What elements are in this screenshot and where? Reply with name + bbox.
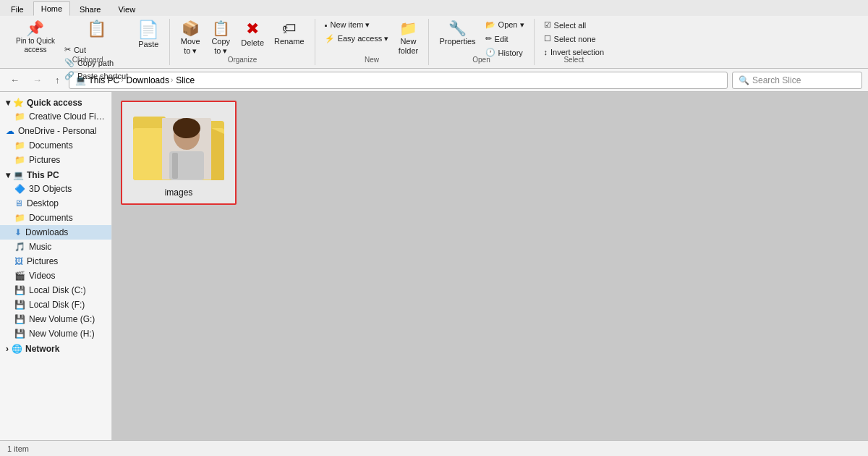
- select-none-icon: ☐: [544, 34, 551, 43]
- sidebar-item-downloads[interactable]: ⬇ Downloads: [0, 225, 111, 240]
- sidebar-item-onedrive[interactable]: ☁ OneDrive - Personal: [0, 124, 111, 138]
- easy-access-label: Easy access ▾: [338, 34, 389, 43]
- new-g-label: New Volume (G:): [29, 314, 95, 324]
- cut-icon: ✂: [64, 45, 71, 54]
- select-all-label: Select all: [554, 21, 587, 30]
- pictures-qa-icon: 📁: [14, 155, 25, 165]
- copy-to-button[interactable]: 📋 Copyto ▾: [206, 19, 235, 58]
- cut-button[interactable]: ✂ Cut: [61, 43, 132, 56]
- move-to-button[interactable]: 📦 Moveto ▾: [176, 19, 205, 58]
- edit-label: Edit: [495, 35, 509, 43]
- sidebar-item-local-c[interactable]: 💾 Local Disk (C:): [0, 283, 111, 297]
- paste-label: Paste: [138, 40, 158, 49]
- sidebar-item-desktop[interactable]: 🖥 Desktop: [0, 196, 111, 211]
- address-path[interactable]: 💻 This PC › Downloads › Slice: [69, 72, 728, 89]
- onedrive-label: OneDrive - Personal: [18, 126, 97, 136]
- sidebar-item-quick-access[interactable]: ▾ ⭐ Quick access: [0, 95, 111, 109]
- ribbon-content: 📌 Pin to Quickaccess 📋 ✂ Cut 📎: [0, 16, 868, 68]
- downloads-icon: ⬇: [14, 227, 22, 237]
- search-box[interactable]: 🔍 Search Slice: [732, 72, 862, 89]
- new-item-button[interactable]: ▪ New item ▾: [321, 19, 393, 31]
- documents-qa-icon: 📁: [14, 140, 25, 151]
- tab-share[interactable]: Share: [72, 2, 109, 16]
- new-item-icon: ▪: [325, 21, 328, 30]
- main-area: ▾ ⭐ Quick access 📁 Creative Cloud Files …: [0, 92, 868, 440]
- new-label: New: [365, 56, 379, 64]
- downloads-label: Downloads: [25, 227, 68, 237]
- select-label: Select: [563, 56, 584, 64]
- sidebar-item-this-pc[interactable]: ▾ 💻 This PC: [0, 167, 111, 182]
- folder-item-images[interactable]: images: [121, 101, 237, 205]
- videos-label: Videos: [29, 271, 55, 281]
- paste-shortcut-icon: 🔗: [64, 71, 75, 80]
- local-f-label: Local Disk (F:): [29, 300, 85, 310]
- sidebar-item-local-f[interactable]: 💾 Local Disk (F:): [0, 297, 111, 312]
- history-label: History: [498, 48, 523, 57]
- paste-shortcut-button[interactable]: 🔗 Paste shortcut: [61, 69, 132, 82]
- new-h-label: New Volume (H:): [29, 329, 95, 339]
- network-label: Network: [25, 344, 59, 354]
- sidebar-item-videos[interactable]: 🎬 Videos: [0, 269, 111, 283]
- select-all-button[interactable]: ☑ Select all: [540, 19, 608, 31]
- open-button[interactable]: 📂 Open ▾: [482, 19, 528, 31]
- easy-access-button[interactable]: ⚡ Easy access ▾: [321, 33, 393, 45]
- creative-cloud-icon: 📁: [14, 111, 25, 122]
- this-pc-label: This PC: [27, 170, 59, 180]
- file-area: images: [112, 92, 868, 440]
- sidebar-item-3d-objects[interactable]: 🔷 3D Objects: [0, 182, 111, 196]
- folder-name: images: [165, 187, 193, 198]
- select-none-label: Select none: [554, 35, 596, 43]
- new-folder-button[interactable]: 📁 Newfolder: [393, 19, 422, 58]
- sidebar-item-network[interactable]: › 🌐 Network: [0, 341, 111, 355]
- pin-icon: 📌: [26, 21, 44, 35]
- clipboard-label: Clipboard: [72, 56, 103, 64]
- sidebar-item-pictures[interactable]: 🖼 Pictures: [0, 254, 111, 269]
- ribbon-tabs: File Home Share View: [0, 0, 868, 16]
- move-to-icon: 📦: [182, 21, 200, 35]
- new-folder-icon: 📁: [399, 21, 417, 35]
- videos-icon: 🎬: [14, 271, 25, 281]
- path-slice: Slice: [176, 75, 195, 85]
- sidebar-item-documents[interactable]: 📁 Documents: [0, 211, 111, 225]
- sidebar: ▾ ⭐ Quick access 📁 Creative Cloud Files …: [0, 92, 112, 440]
- ribbon-group-select: ☑ Select all ☐ Select none ↕ Invert sele…: [535, 19, 613, 65]
- paste-shortcut-label: Paste shortcut: [77, 72, 128, 80]
- ribbon-group-new: ▪ New item ▾ ⚡ Easy access ▾ 📁 Newfolder…: [315, 19, 430, 65]
- sidebar-item-creative-cloud[interactable]: 📁 Creative Cloud Files: [0, 109, 111, 124]
- paste-button[interactable]: 📄 Paste: [133, 19, 163, 51]
- copy-button[interactable]: 📋: [61, 19, 132, 41]
- rename-button[interactable]: 🏷 Rename: [270, 19, 309, 48]
- open-label: Open: [472, 56, 490, 64]
- cut-label: Cut: [74, 46, 86, 54]
- sidebar-item-new-h[interactable]: 💾 New Volume (H:): [0, 326, 111, 341]
- delete-icon: ✖: [246, 21, 259, 37]
- properties-button[interactable]: 🔧 Properties: [435, 19, 480, 48]
- 3d-objects-label: 3D Objects: [29, 184, 72, 194]
- quick-access-icon: ⭐: [13, 98, 24, 108]
- sidebar-item-music[interactable]: 🎵 Music: [0, 240, 111, 254]
- tab-home[interactable]: Home: [33, 1, 70, 16]
- edit-button[interactable]: ✏ Edit: [482, 33, 528, 45]
- this-pc-arrow: ▾: [6, 170, 10, 180]
- delete-button[interactable]: ✖ Delete: [237, 19, 268, 50]
- tab-file[interactable]: File: [3, 2, 32, 16]
- path-segment-slice: Slice: [176, 75, 195, 85]
- local-c-icon: 💾: [14, 285, 25, 295]
- sidebar-item-new-g[interactable]: 💾 New Volume (G:): [0, 312, 111, 326]
- edit-icon: ✏: [485, 34, 492, 43]
- desktop-label: Desktop: [27, 198, 59, 208]
- ribbon-group-open: 🔧 Properties 📂 Open ▾ ✏ Edit 🕐 History: [429, 19, 534, 65]
- new-h-icon: 💾: [14, 329, 25, 339]
- quick-access-arrow: ▾: [6, 98, 10, 108]
- svg-marker-10: [211, 128, 224, 180]
- sidebar-item-pictures-qa[interactable]: 📁 Pictures: [0, 153, 111, 167]
- select-none-button[interactable]: ☐ Select none: [540, 33, 608, 45]
- local-f-icon: 💾: [14, 300, 25, 310]
- sidebar-item-documents-qa[interactable]: 📁 Documents: [0, 138, 111, 153]
- open-icon: 📂: [485, 20, 495, 30]
- status-item-count: 1 item: [7, 444, 29, 453]
- pin-label: Pin to Quickaccess: [16, 37, 55, 54]
- tab-view[interactable]: View: [110, 2, 143, 16]
- pin-button[interactable]: 📌 Pin to Quickaccess: [12, 19, 59, 56]
- open-label: Open ▾: [498, 20, 524, 30]
